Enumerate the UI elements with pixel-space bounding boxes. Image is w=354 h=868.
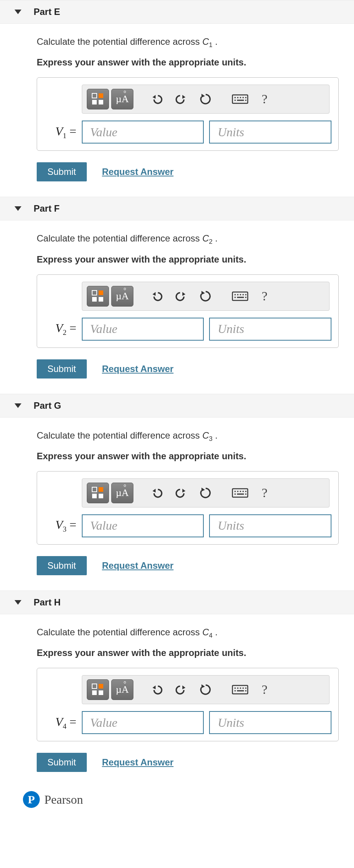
answer-box: µA ? V1 = Value Units [37, 77, 339, 151]
redo-icon[interactable] [170, 286, 192, 307]
svg-rect-4 [232, 95, 248, 103]
collapse-caret-icon [15, 600, 21, 605]
svg-point-23 [234, 297, 236, 298]
svg-rect-43 [232, 685, 248, 694]
redo-icon[interactable] [170, 679, 192, 700]
svg-point-50 [245, 690, 247, 692]
part-header-h[interactable]: Part H [0, 591, 354, 614]
keyboard-icon[interactable] [229, 89, 251, 109]
templates-icon[interactable] [87, 483, 109, 503]
part-title: Part E [34, 7, 60, 17]
reset-icon[interactable] [195, 483, 217, 503]
svg-point-19 [237, 294, 239, 295]
undo-icon[interactable] [146, 483, 168, 503]
instruction-text: Express your answer with the appropriate… [37, 254, 346, 265]
undo-icon[interactable] [146, 679, 168, 700]
units-input[interactable]: Units [209, 318, 331, 341]
instruction-text: Express your answer with the appropriate… [37, 57, 346, 68]
svg-point-6 [237, 97, 239, 99]
request-answer-link[interactable]: Request Answer [102, 364, 174, 374]
redo-icon[interactable] [170, 89, 192, 109]
reset-icon[interactable] [195, 679, 217, 700]
units-button[interactable]: µA [111, 286, 133, 307]
prompt-text: Calculate the potential difference acros… [37, 232, 346, 246]
part-header-e[interactable]: Part E [0, 0, 354, 24]
templates-icon[interactable] [87, 286, 109, 307]
svg-rect-29 [99, 494, 103, 498]
svg-point-24 [245, 297, 247, 298]
answer-toolbar: µA ? [82, 675, 330, 704]
reset-icon[interactable] [195, 286, 217, 307]
svg-rect-42 [99, 690, 103, 695]
keyboard-icon[interactable] [229, 679, 251, 700]
svg-point-20 [240, 294, 241, 295]
svg-rect-15 [92, 297, 97, 302]
svg-point-48 [245, 687, 247, 689]
svg-rect-1 [99, 93, 103, 98]
part-title: Part G [34, 400, 61, 411]
svg-point-37 [245, 493, 247, 495]
svg-rect-0 [92, 93, 97, 98]
units-button[interactable]: µA [111, 483, 133, 503]
redo-icon[interactable] [170, 483, 192, 503]
units-input[interactable]: Units [209, 121, 331, 144]
value-input[interactable]: Value [82, 514, 204, 537]
reset-icon[interactable] [195, 89, 217, 109]
undo-icon[interactable] [146, 89, 168, 109]
svg-point-32 [237, 491, 239, 492]
instruction-text: Express your answer with the appropriate… [37, 648, 346, 658]
submit-button[interactable]: Submit [37, 359, 87, 379]
svg-point-34 [242, 491, 244, 492]
svg-rect-14 [99, 290, 103, 295]
part-header-f[interactable]: Part F [0, 197, 354, 220]
svg-point-11 [245, 100, 247, 101]
part-title: Part F [34, 203, 60, 214]
help-icon[interactable]: ? [253, 679, 276, 700]
units-input[interactable]: Units [209, 514, 331, 537]
footer: P Pearson [0, 787, 354, 812]
help-icon[interactable]: ? [253, 483, 276, 503]
request-answer-link[interactable]: Request Answer [102, 560, 174, 571]
svg-rect-27 [99, 487, 103, 492]
svg-rect-39 [92, 684, 97, 689]
svg-rect-12 [237, 100, 244, 101]
prompt-text: Calculate the potential difference acros… [37, 35, 346, 49]
collapse-caret-icon [15, 10, 21, 14]
request-answer-link[interactable]: Request Answer [102, 166, 174, 177]
svg-rect-13 [92, 290, 97, 295]
pearson-brand: Pearson [44, 793, 83, 807]
templates-icon[interactable] [87, 679, 109, 700]
part-header-g[interactable]: Part G [0, 394, 354, 418]
submit-button[interactable]: Submit [37, 556, 87, 575]
submit-button[interactable]: Submit [37, 753, 87, 772]
svg-rect-30 [232, 489, 248, 497]
help-icon[interactable]: ? [253, 89, 276, 109]
units-button[interactable]: µA [111, 679, 133, 700]
value-input[interactable]: Value [82, 121, 204, 144]
svg-point-44 [234, 687, 236, 689]
collapse-caret-icon [15, 206, 21, 211]
undo-icon[interactable] [146, 286, 168, 307]
svg-rect-2 [92, 100, 97, 104]
request-answer-link[interactable]: Request Answer [102, 757, 174, 768]
keyboard-icon[interactable] [229, 483, 251, 503]
svg-point-18 [234, 294, 236, 295]
submit-button[interactable]: Submit [37, 162, 87, 181]
answer-toolbar: µA ? [82, 85, 330, 114]
svg-point-9 [245, 97, 247, 99]
svg-rect-28 [92, 494, 97, 498]
svg-rect-3 [99, 100, 103, 104]
units-button[interactable]: µA [111, 89, 133, 109]
svg-point-5 [234, 97, 236, 99]
svg-point-35 [245, 491, 247, 492]
units-input[interactable]: Units [209, 711, 331, 734]
help-icon[interactable]: ? [253, 286, 276, 307]
svg-point-45 [237, 687, 239, 689]
keyboard-icon[interactable] [229, 286, 251, 307]
value-input[interactable]: Value [82, 318, 204, 341]
prompt-text: Calculate the potential difference acros… [37, 626, 346, 640]
answer-toolbar: µA ? [82, 282, 330, 311]
value-input[interactable]: Value [82, 711, 204, 734]
svg-rect-51 [237, 690, 244, 692]
templates-icon[interactable] [87, 89, 109, 109]
